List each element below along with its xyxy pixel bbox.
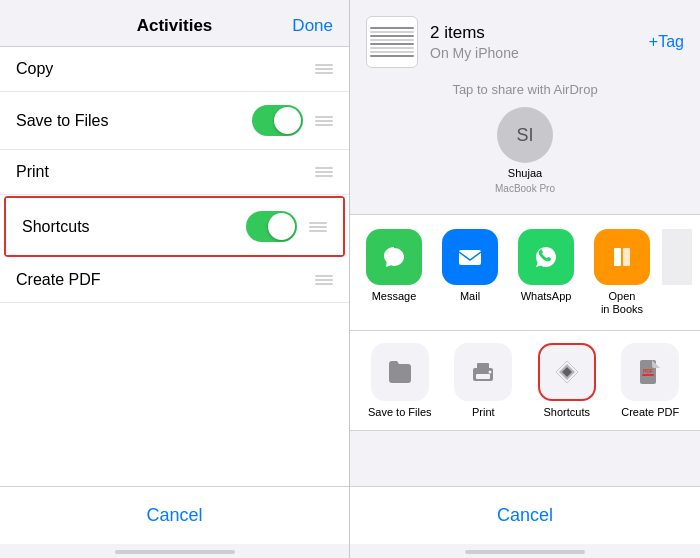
shortcuts-action-icon [538,343,596,401]
create-pdf-action-label: Create PDF [621,406,679,418]
mail-icon [442,229,498,285]
books-icon [594,229,650,285]
file-tag-button[interactable]: +Tag [649,33,684,51]
file-details: 2 items On My iPhone [430,23,637,61]
print-drag-handle [315,167,333,177]
print-action-icon [454,343,512,401]
avatar-name-shujaa: Shujaa [508,167,542,179]
svg-rect-4 [606,241,638,273]
svg-text:PDF: PDF [643,368,653,374]
left-panel: Activities Done Copy Save to Files [0,0,349,558]
right-cancel-button[interactable]: Cancel [364,501,686,530]
file-location: On My iPhone [430,45,637,61]
left-home-bar [115,550,235,554]
app-item-mail[interactable]: Mail [434,229,506,303]
right-panel: 2 items On My iPhone +Tag Tap to share w… [350,0,700,558]
share-apps-row: Message Mail WhatsApp [350,214,700,331]
save-to-files-right [252,105,333,136]
action-item-create-pdf[interactable]: PDF Create PDF [609,343,693,418]
svg-rect-9 [476,374,490,379]
whatsapp-icon [518,229,574,285]
action-item-print[interactable]: Print [442,343,526,418]
shortcuts-label: Shortcuts [22,218,90,236]
left-home-indicator [0,544,349,558]
svg-rect-5 [614,248,621,266]
message-label: Message [372,290,417,303]
create-pdf-action-icon: PDF [621,343,679,401]
activities-title: Activities [137,16,213,36]
avatar-sub-shujaa: MacBook Pro [495,183,555,194]
shortcuts-highlight-box: Shortcuts [4,196,345,257]
thumb-lines [370,25,414,59]
activity-item-copy[interactable]: Copy [0,47,349,92]
save-to-files-action-label: Save to Files [368,406,432,418]
share-actions-row: Save to Files Print [350,331,700,431]
right-cancel-section: Cancel [350,486,700,544]
svg-rect-16 [642,374,654,376]
print-action-label: Print [472,406,495,418]
shortcuts-right [246,211,327,242]
right-spacer [350,431,700,486]
print-right [315,167,333,177]
airdrop-label: Tap to share with AirDrop [366,82,684,97]
svg-rect-6 [623,248,630,266]
airdrop-avatar-shujaa[interactable]: SI Shujaa MacBook Pro [495,107,555,194]
app-item-more [662,229,692,285]
right-home-indicator [350,544,700,558]
airdrop-section: Tap to share with AirDrop SI Shujaa MacB… [366,82,684,194]
app-item-whatsapp[interactable]: WhatsApp [510,229,582,303]
app-item-message[interactable]: Message [358,229,430,303]
mail-label: Mail [460,290,480,303]
svg-point-10 [489,371,492,374]
right-top-section: 2 items On My iPhone +Tag Tap to share w… [350,0,700,214]
app-item-books[interactable]: Openin Books [586,229,658,316]
done-button[interactable]: Done [292,16,333,36]
shortcuts-toggle[interactable] [246,211,297,242]
activity-item-save-to-files[interactable]: Save to Files [0,92,349,150]
copy-right [315,64,333,74]
activity-item-print[interactable]: Print [0,150,349,195]
action-item-save-to-files[interactable]: Save to Files [358,343,442,418]
print-label: Print [16,163,49,181]
avatar-circle-shujaa: SI [497,107,553,163]
left-cancel-section: Cancel [0,486,349,544]
create-pdf-label: Create PDF [16,271,100,289]
whatsapp-label: WhatsApp [521,290,572,303]
save-to-files-toggle[interactable] [252,105,303,136]
right-home-bar [465,550,585,554]
more-app-icon [662,229,692,285]
books-label: Openin Books [601,290,643,316]
activity-item-shortcuts[interactable]: Shortcuts [6,198,343,255]
save-to-files-drag-handle [315,116,333,126]
save-to-files-action-icon [371,343,429,401]
shortcuts-action-label: Shortcuts [544,406,590,418]
activity-item-create-pdf[interactable]: Create PDF [0,258,349,303]
airdrop-avatars: SI Shujaa MacBook Pro [366,107,684,194]
left-cancel-button[interactable]: Cancel [14,501,335,530]
copy-drag-handle [315,64,333,74]
svg-rect-8 [477,363,489,370]
svg-rect-2 [459,250,481,265]
create-pdf-drag-handle [315,275,333,285]
activities-list: Copy Save to Files Print [0,47,349,486]
activities-header: Activities Done [0,0,349,47]
create-pdf-right [315,275,333,285]
copy-label: Copy [16,60,53,78]
file-thumbnail [366,16,418,68]
shortcuts-drag-handle [309,222,327,232]
file-items-count: 2 items [430,23,637,43]
message-icon [366,229,422,285]
file-info: 2 items On My iPhone +Tag [366,16,684,68]
action-item-shortcuts[interactable]: Shortcuts [525,343,609,418]
save-to-files-label: Save to Files [16,112,108,130]
